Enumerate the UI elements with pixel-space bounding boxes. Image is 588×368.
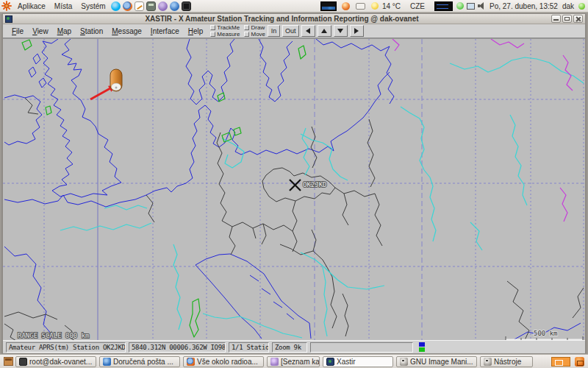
toggle-group: TrackMe Draw Measure Move [210, 24, 265, 38]
checkbox-icon[interactable] [244, 32, 249, 37]
menu-help[interactable]: Help [184, 26, 208, 37]
menu-interface[interactable]: Interface [146, 26, 184, 37]
thunderbird-icon[interactable] [170, 1, 179, 11]
terminal-icon [19, 358, 27, 366]
statusbar: Amateur APRS(tm) Station OK2JKD 5840.312… [3, 340, 585, 353]
interface-leds [419, 342, 425, 352]
applications-menu-icon[interactable] [1, 1, 12, 11]
presence-status-icon[interactable] [578, 3, 585, 10]
task-label: Doručená pošta ... [113, 358, 173, 366]
task-firefox[interactable]: Vše okolo radioa... [183, 356, 264, 367]
firefox-icon[interactable] [123, 1, 132, 11]
gimp-icon [484, 358, 492, 366]
weather-temperature: 14 °C [380, 2, 403, 10]
gnome-top-panel: Aplikace Místa Systém 14 °C CZE Po, 27. … [0, 0, 588, 13]
pan-left-button[interactable] [301, 25, 315, 37]
text-editor-icon[interactable] [135, 1, 144, 11]
pan-right-button[interactable] [350, 25, 364, 37]
toggle-trackme-label: TrackMe [217, 24, 240, 31]
titlebar[interactable]: XASTIR - X Amateur Station Tracking and … [3, 14, 585, 24]
task-label: root@dak-ovanet... [29, 358, 92, 366]
map-cursor-icon [110, 69, 122, 91]
arrow-down-icon [337, 29, 343, 33]
arrow-left-icon [306, 28, 310, 34]
pidgin-icon [270, 358, 279, 366]
zoom-out-button[interactable]: Out [282, 25, 299, 37]
task-thunderbird[interactable]: Doručená pošta ... [99, 356, 180, 367]
menu-station[interactable]: Station [76, 26, 107, 37]
coastlines [4, 39, 581, 340]
pidgin-icon[interactable] [158, 1, 168, 11]
range-scale-text: RANGE SCALE 800 km [18, 332, 90, 339]
status-message [310, 342, 413, 353]
trash-icon[interactable] [575, 357, 584, 367]
toggle-draw-label: Draw [251, 24, 265, 31]
messaging-status-icon[interactable] [456, 2, 464, 10]
workspace-switcher[interactable] [551, 357, 570, 367]
arrow-right-icon [354, 28, 359, 34]
terminal-icon[interactable] [182, 1, 191, 11]
update-notifier-icon[interactable] [342, 2, 350, 10]
menu-file[interactable]: File [7, 26, 28, 37]
checkbox-icon[interactable] [244, 25, 249, 30]
minimize-button[interactable] [551, 15, 561, 23]
led-green-icon [419, 347, 425, 352]
pan-down-button[interactable] [334, 25, 348, 37]
toggle-move[interactable]: Move [244, 31, 265, 38]
window-icon [5, 15, 12, 23]
zoom-in-button[interactable]: In [268, 25, 280, 37]
gimp-icon [400, 358, 408, 366]
status-position: 5840.312N 00006.362W IO98wq [129, 342, 226, 353]
weather-sun-icon[interactable] [371, 2, 379, 10]
menu-message[interactable]: Message [107, 26, 146, 37]
gnome-taskbar: root@dak-ovanet... Doručená pošta ... Vš… [0, 354, 588, 368]
clock[interactable]: Po, 27. duben, 13:52 [487, 2, 560, 10]
close-button[interactable] [573, 15, 583, 23]
status-station: Amateur APRS(tm) Station OK2JKD [6, 342, 126, 353]
volume-icon[interactable] [478, 2, 486, 10]
map-canvas[interactable]: OK2JKD RANGE SCALE 800 km 500 km [3, 39, 585, 340]
display-icon[interactable] [467, 3, 475, 10]
window-list-icon[interactable] [4, 357, 13, 366]
task-label: GNU Image Mani... [410, 358, 473, 366]
maximize-button[interactable] [562, 15, 572, 23]
network-monitor-applet[interactable] [434, 1, 453, 11]
menu-system[interactable]: Systém [76, 0, 110, 13]
checkbox-icon[interactable] [210, 25, 215, 30]
toggle-move-label: Move [251, 31, 265, 38]
battery-icon[interactable] [356, 3, 365, 10]
menu-places[interactable]: Místa [50, 0, 76, 13]
task-gimp-tools[interactable]: Nástroje [480, 356, 533, 367]
country-borders [4, 98, 584, 340]
toggle-trackme[interactable]: TrackMe [210, 24, 240, 31]
firefox-icon [187, 358, 195, 366]
station-marker[interactable]: OK2JKD [290, 180, 327, 191]
toggle-draw[interactable]: Draw [244, 24, 265, 31]
menu-view[interactable]: View [28, 26, 53, 37]
task-terminal[interactable]: root@dak-ovanet... [15, 356, 96, 367]
map-boundaries-magenta [392, 39, 573, 222]
calculator-icon[interactable] [146, 1, 156, 11]
xastir-window: XASTIR - X Amateur Station Tracking and … [2, 13, 586, 354]
menu-applications[interactable]: Aplikace [13, 0, 50, 13]
xastir-icon [326, 358, 334, 366]
keyboard-layout-indicator[interactable]: CZE [403, 2, 432, 10]
map-area: OK2JKD RANGE SCALE 800 km 500 km [3, 38, 585, 340]
skype-icon[interactable] [111, 1, 121, 11]
pan-up-button[interactable] [318, 25, 331, 37]
toggle-measure[interactable]: Measure [210, 31, 240, 38]
menu-map[interactable]: Map [53, 26, 76, 37]
task-gimp[interactable]: GNU Image Mani... [396, 356, 477, 367]
latlon-grid [3, 39, 585, 340]
station-callsign-label: OK2JKD [303, 181, 327, 188]
scale-ruler-label: 500 km [534, 330, 558, 337]
status-zoom: Zoom 9k [272, 342, 307, 353]
toggle-measure-label: Measure [217, 31, 240, 38]
led-blue-icon [419, 342, 425, 347]
checkbox-icon[interactable] [210, 32, 215, 37]
task-pidgin[interactable]: [Seznam kamará... [267, 356, 320, 367]
system-monitor-applet[interactable] [320, 1, 337, 11]
user-menu[interactable]: dak [560, 2, 576, 10]
scale-ruler: 500 km [506, 330, 583, 340]
task-xastir[interactable]: Xastir [323, 356, 393, 367]
